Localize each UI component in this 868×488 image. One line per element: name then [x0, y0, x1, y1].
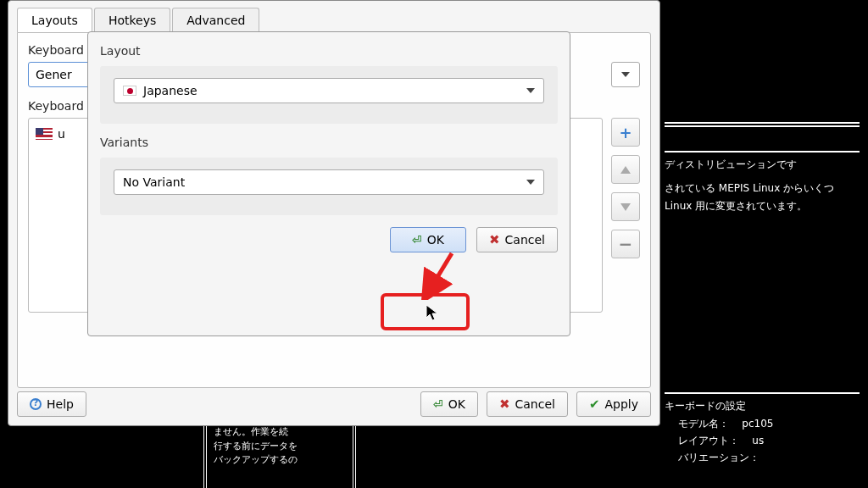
cancel-button[interactable]: ✖ Cancel: [487, 391, 568, 417]
terminal-text: ディストリビューションです: [665, 156, 860, 173]
tab-layouts[interactable]: Layouts: [17, 8, 92, 32]
ok-button-label: OK: [448, 397, 465, 411]
terminal-kb-layout-value: us: [752, 435, 764, 446]
move-up-button[interactable]: [611, 155, 640, 184]
terminal-kb-title: キーボードの設定: [665, 397, 860, 414]
variant-combo[interactable]: No Variant: [114, 169, 544, 195]
keyboard-model-value: Gener: [36, 68, 72, 81]
help-icon: [30, 398, 42, 410]
keyboard-model-dropdown-button[interactable]: [611, 62, 640, 87]
layout-side-buttons: + −: [611, 118, 640, 313]
variant-combo-value: No Variant: [123, 175, 185, 189]
dialog-ok-label: OK: [427, 233, 444, 247]
terminal-kb-model-value: pc105: [742, 418, 773, 430]
move-down-button[interactable]: [611, 192, 640, 221]
add-layout-dialog: Layout Japanese Variants No Variant ⏎ OK…: [87, 31, 570, 336]
dialog-layout-group: Japanese: [100, 66, 558, 124]
dialog-layout-label: Layout: [100, 44, 558, 58]
dialog-actions: ⏎ OK ✖ Cancel: [100, 227, 558, 252]
cancel-button-label: Cancel: [515, 397, 554, 411]
dialog-cancel-button[interactable]: ✖ Cancel: [476, 227, 558, 252]
ok-button[interactable]: ⏎ OK: [420, 391, 478, 417]
tab-hotkeys[interactable]: Hotkeys: [94, 8, 170, 32]
dialog-variants-label: Variants: [100, 136, 558, 149]
terminal-kb-model-label: モデル名：: [678, 418, 729, 430]
dialog-ok-button[interactable]: ⏎ OK: [390, 227, 466, 252]
apply-button-label: Apply: [604, 397, 638, 411]
cancel-icon: ✖: [489, 232, 500, 247]
remove-layout-button[interactable]: −: [611, 230, 640, 258]
layout-combo[interactable]: Japanese: [114, 78, 544, 103]
ok-icon: ⏎: [412, 233, 422, 247]
ok-icon: ⏎: [433, 397, 443, 411]
help-button[interactable]: Help: [17, 391, 86, 417]
tab-advanced[interactable]: Advanced: [172, 8, 259, 32]
background-terminal: ディストリビューションです されている MEPIS Linux からいくつ Li…: [656, 0, 868, 488]
chevron-down-icon: [526, 180, 535, 185]
tab-bar: Layouts Hotkeys Advanced: [8, 1, 659, 32]
terminal-text: Linux 用に変更されています。: [665, 197, 860, 214]
dialog-variants-group: No Variant: [100, 158, 558, 215]
terminal-kb-variation-label: バリエーション：: [678, 452, 760, 463]
layout-combo-value: Japanese: [143, 84, 198, 97]
terminal-text: されている MEPIS Linux からいくつ: [665, 180, 860, 197]
check-icon: ✔: [589, 396, 600, 412]
arrow-up-icon: [620, 166, 631, 174]
layout-list-item-label: u: [58, 127, 65, 141]
plus-icon: +: [619, 124, 632, 141]
cancel-icon: ✖: [499, 396, 510, 412]
chevron-down-icon: [621, 72, 630, 77]
minus-icon: −: [619, 234, 633, 254]
flag-jp-icon: [123, 86, 136, 96]
help-button-label: Help: [47, 397, 74, 411]
window-footer: Help ⏎ OK ✖ Cancel ✔ Apply: [17, 391, 651, 417]
background-snippet: ません。作業を続 行する前にデータを バックアップするの: [203, 422, 356, 488]
add-layout-button[interactable]: +: [611, 118, 640, 147]
arrow-down-icon: [620, 203, 631, 211]
terminal-kb-layout-label: レイアウト：: [678, 435, 739, 446]
dialog-cancel-label: Cancel: [505, 233, 545, 247]
flag-us-icon: [36, 128, 53, 140]
apply-button[interactable]: ✔ Apply: [576, 391, 651, 417]
chevron-down-icon: [526, 88, 535, 93]
